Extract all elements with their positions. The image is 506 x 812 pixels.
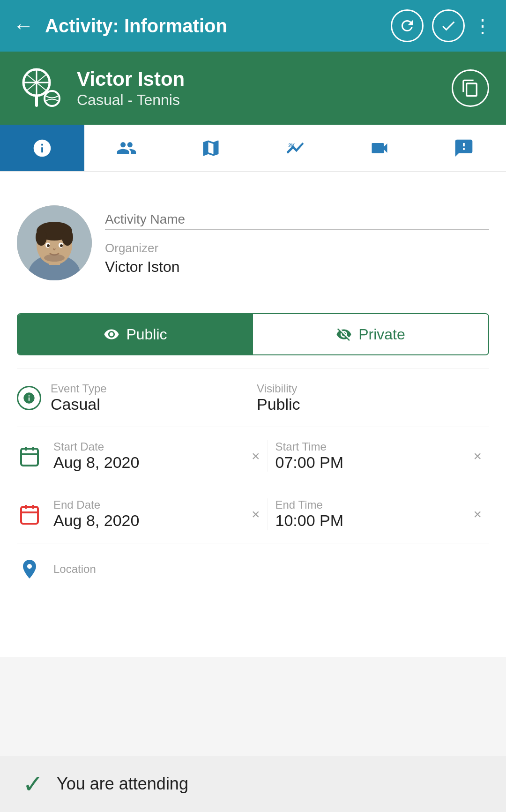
svg-rect-20: [21, 449, 38, 466]
tabs-bar: 2K: [0, 125, 506, 172]
location-icon: [17, 556, 42, 582]
eye-open-icon: [104, 326, 119, 342]
location-label: Location: [53, 563, 489, 576]
profile-name: Victor Iston: [77, 68, 452, 91]
check-icon: [440, 17, 457, 34]
visibility-toggle: Public Private: [17, 313, 489, 355]
visibility-cell: Visibility Public: [249, 382, 489, 414]
svg-point-17: [47, 244, 50, 247]
attending-check-icon: ✓: [22, 769, 44, 799]
svg-point-6: [45, 91, 60, 106]
back-button[interactable]: ←: [13, 14, 34, 38]
organizer-value: Victor Iston: [105, 258, 489, 276]
event-type-label: Event Type: [51, 382, 107, 395]
end-date-field[interactable]: End Date Aug 8, 2020: [53, 498, 248, 530]
public-label: Public: [126, 326, 167, 343]
start-time-label: Start Time: [275, 440, 470, 453]
end-datetime-row: End Date Aug 8, 2020 × End Time 10:00 PM…: [17, 485, 489, 543]
form-fields: Organizer Victor Iston: [105, 205, 489, 287]
video-tab-icon: [369, 138, 390, 158]
tab-stats[interactable]: 2K: [253, 125, 337, 171]
calendar-end-icon: [18, 503, 41, 526]
start-date-icon: [17, 444, 42, 469]
start-date-label: Start Date: [53, 440, 248, 453]
info-tab-icon: [32, 138, 52, 158]
eye-closed-icon: [336, 326, 352, 342]
organizer-label: Organizer: [105, 241, 489, 256]
info-circle-icon: [22, 391, 36, 405]
start-time-clear[interactable]: ×: [469, 444, 489, 468]
svg-point-13: [36, 229, 47, 246]
more-menu-button[interactable]: ⋮: [473, 15, 493, 37]
svg-rect-24: [21, 507, 38, 524]
end-date-clear[interactable]: ×: [248, 503, 268, 526]
confirm-button[interactable]: [432, 9, 465, 42]
copy-button[interactable]: [452, 69, 489, 107]
top-bar-actions: ⋮: [391, 9, 493, 42]
location-pin-icon: [18, 558, 41, 580]
chat-tab-icon: [454, 138, 474, 158]
map-tab-icon: [201, 138, 221, 158]
private-button[interactable]: Private: [253, 314, 488, 354]
visibility-label: Visibility: [257, 382, 489, 395]
start-date-value: Aug 8, 2020: [53, 453, 248, 472]
event-type-info: Event Type Casual: [51, 382, 107, 414]
bottom-bar: ✓ You are attending: [0, 756, 506, 812]
end-date-value: Aug 8, 2020: [53, 511, 248, 530]
refresh-button[interactable]: [391, 9, 424, 42]
location-field[interactable]: Location: [53, 563, 489, 576]
tab-chat[interactable]: [422, 125, 506, 171]
end-time-clear[interactable]: ×: [469, 503, 489, 526]
public-button[interactable]: Public: [18, 314, 253, 354]
profile-subtitle: Casual - Tennis: [77, 91, 452, 109]
end-time-label: End Time: [275, 498, 470, 511]
refresh-icon: [399, 17, 416, 34]
visibility-value: Public: [257, 395, 489, 414]
svg-point-18: [60, 244, 63, 247]
activity-name-field: [105, 209, 489, 230]
tab-info[interactable]: [0, 125, 84, 171]
svg-rect-5: [35, 95, 38, 107]
private-label: Private: [358, 326, 405, 343]
event-type-value: Casual: [51, 395, 107, 414]
organizer-field: Organizer Victor Iston: [105, 241, 489, 276]
profile-header: Victor Iston Casual - Tennis: [0, 52, 506, 125]
start-date-field[interactable]: Start Date Aug 8, 2020: [53, 440, 248, 472]
attending-text: You are attending: [57, 774, 188, 794]
profile-info: Victor Iston Casual - Tennis: [77, 68, 452, 108]
tab-video[interactable]: [337, 125, 422, 171]
copy-icon: [461, 79, 480, 98]
start-time-field[interactable]: Start Time 07:00 PM: [268, 440, 470, 472]
stats-tab-icon: 2K: [285, 138, 305, 158]
avatar-image: [17, 205, 92, 280]
avatar: [17, 205, 92, 280]
calendar-start-icon: [18, 445, 41, 467]
start-time-value: 07:00 PM: [275, 453, 470, 472]
event-type-icon: [17, 386, 41, 410]
end-date-icon: [17, 502, 42, 527]
start-date-clear[interactable]: ×: [248, 444, 268, 468]
svg-text:2K: 2K: [288, 143, 295, 148]
activity-form: Organizer Victor Iston: [17, 188, 489, 300]
svg-point-19: [44, 254, 65, 262]
page-title: Activity: Information: [45, 15, 391, 37]
end-time-field[interactable]: End Time 10:00 PM: [268, 498, 470, 530]
event-type-cell: Event Type Casual: [17, 382, 249, 414]
svg-point-14: [62, 229, 73, 246]
people-tab-icon: [116, 138, 137, 158]
end-date-label: End Date: [53, 498, 248, 511]
tab-map[interactable]: [169, 125, 253, 171]
main-content: Organizer Victor Iston Public Private: [0, 172, 506, 657]
event-info-row: Event Type Casual Visibility Public: [17, 368, 489, 427]
location-row: Location: [17, 543, 489, 657]
start-datetime-row: Start Date Aug 8, 2020 × Start Time 07:0…: [17, 427, 489, 485]
tab-people[interactable]: [84, 125, 169, 171]
end-time-value: 10:00 PM: [275, 511, 470, 530]
activity-name-input[interactable]: [105, 209, 489, 230]
sport-icon: [17, 65, 64, 112]
top-bar: ← Activity: Information ⋮: [0, 0, 506, 52]
